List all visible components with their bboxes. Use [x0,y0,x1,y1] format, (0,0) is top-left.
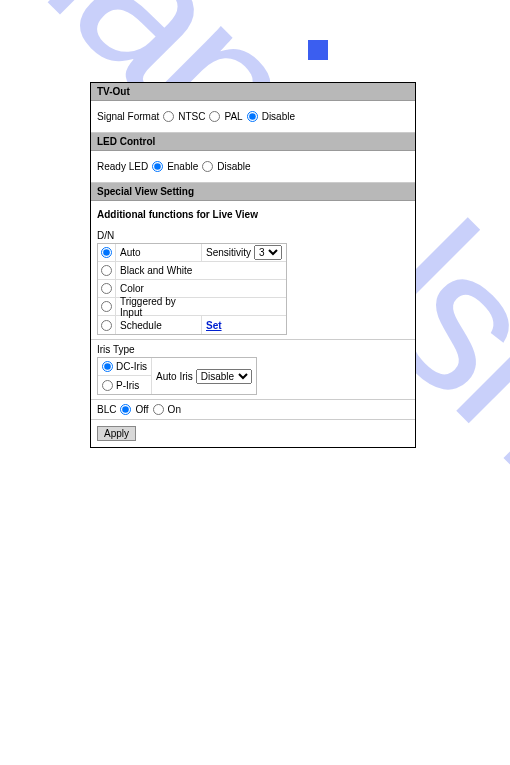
iris-table: DC-Iris P-Iris Auto Iris Disable [97,357,257,395]
signal-format-disable-label: Disable [262,111,295,122]
dn-row-bw: Black and White [98,262,286,280]
dn-bw-radio[interactable] [101,265,112,276]
dn-auto-label: Auto [116,244,202,261]
signal-format-pal-radio[interactable] [209,111,220,122]
blc-block: BLC Off On [91,400,415,420]
tvout-body: Signal Format NTSC PAL Disable [91,101,415,133]
blc-off-radio[interactable] [120,404,131,415]
auto-iris-select[interactable]: Disable [196,369,252,384]
blc-on-label: On [168,404,181,415]
apply-row: Apply [91,420,415,447]
dn-schedule-set-link[interactable]: Set [206,320,222,331]
dn-row-schedule: Schedule Set [98,316,286,334]
blc-on-radio[interactable] [153,404,164,415]
ready-led-enable-label: Enable [167,161,198,172]
signal-format-ntsc-radio[interactable] [163,111,174,122]
iris-p-radio[interactable] [102,380,113,391]
iris-block: Iris Type DC-Iris P-Iris Auto Iris Disab… [91,340,415,400]
special-header: Special View Setting [91,183,415,201]
ready-led-enable-radio[interactable] [152,161,163,172]
led-body: Ready LED Enable Disable [91,151,415,183]
dn-table: Auto Sensitivity 3 Black and White Color… [97,243,287,335]
iris-dc-label: DC-Iris [116,361,147,372]
auto-iris-label: Auto Iris [156,371,193,382]
ready-led-disable-label: Disable [217,161,250,172]
signal-format-pal-label: PAL [224,111,242,122]
iris-p-label: P-Iris [116,380,139,391]
dn-label: D/N [97,230,409,241]
special-subhead: Additional functions for Live View [91,201,415,226]
led-header: LED Control [91,133,415,151]
dn-color-radio[interactable] [101,283,112,294]
dn-row-auto: Auto Sensitivity 3 [98,244,286,262]
dn-schedule-label: Schedule [116,316,202,334]
signal-format-disable-radio[interactable] [247,111,258,122]
dn-sensitivity-select[interactable]: 3 [254,245,282,260]
dn-schedule-radio[interactable] [101,320,112,331]
dn-auto-radio[interactable] [101,247,112,258]
dn-color-label: Color [116,280,202,297]
iris-dc-radio[interactable] [102,361,113,372]
settings-panel: TV-Out Signal Format NTSC PAL Disable LE… [90,82,416,448]
iris-label: Iris Type [97,344,409,355]
apply-button[interactable]: Apply [97,426,136,441]
blc-label: BLC [97,404,116,415]
dn-triggered-radio[interactable] [101,301,112,312]
signal-format-label: Signal Format [97,111,159,122]
dn-triggered-label: Triggered by Input [116,298,202,315]
tvout-header: TV-Out [91,83,415,101]
dn-block: D/N Auto Sensitivity 3 Black and White C… [91,226,415,340]
dn-sensitivity-label: Sensitivity [206,247,251,258]
ready-led-label: Ready LED [97,161,148,172]
signal-format-ntsc-label: NTSC [178,111,205,122]
page-marker-square [308,40,328,60]
dn-bw-label: Black and White [116,262,202,279]
dn-row-triggered: Triggered by Input [98,298,286,316]
ready-led-disable-radio[interactable] [202,161,213,172]
blc-off-label: Off [135,404,148,415]
